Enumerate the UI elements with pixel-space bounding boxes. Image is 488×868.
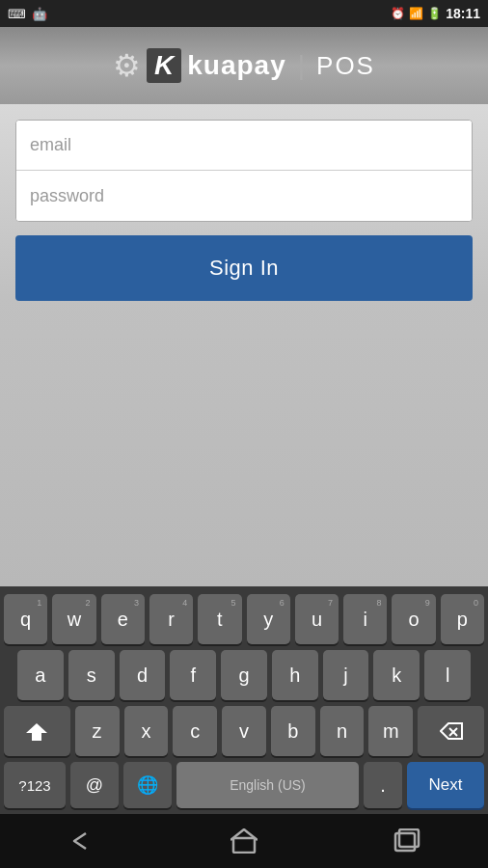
key-h[interactable]: h — [272, 650, 318, 700]
home-nav-button[interactable] — [225, 824, 263, 858]
email-input[interactable] — [16, 121, 472, 171]
back-nav-button[interactable] — [62, 824, 100, 858]
sign-in-button[interactable]: Sign In — [15, 235, 473, 301]
key-t[interactable]: 5t — [198, 594, 241, 644]
keyboard-row-2: a s d f g h j k l — [4, 650, 484, 700]
gear-icon: ⚙ — [113, 47, 141, 84]
key-d[interactable]: d — [120, 650, 166, 700]
key-y[interactable]: 6y — [247, 594, 290, 644]
shift-key[interactable] — [4, 706, 70, 756]
status-time: 18:11 — [446, 6, 480, 21]
android-icon: 🤖 — [32, 7, 47, 21]
key-s[interactable]: s — [68, 650, 115, 700]
sym-key[interactable]: ?123 — [4, 762, 66, 808]
period-key[interactable]: . — [364, 762, 402, 808]
key-b[interactable]: b — [271, 706, 315, 756]
status-bar-right: ⏰ 📶 🔋 18:11 — [391, 6, 480, 21]
keyboard-row-3: z x c v b n m — [4, 706, 484, 756]
logo-divider: | — [298, 50, 305, 81]
key-l[interactable]: l — [424, 650, 471, 700]
logo-container: ⚙ K kuapay | POS — [113, 47, 375, 84]
keyboard-bottom-row: ?123 @ 🌐 English (US) . Next — [4, 762, 484, 808]
svg-marker-0 — [26, 723, 47, 741]
alarm-icon: ⏰ — [391, 7, 405, 20]
key-u[interactable]: 7u — [295, 594, 339, 644]
key-p[interactable]: 0p — [441, 594, 484, 644]
status-bar: ⌨ 🤖 ⏰ 📶 🔋 18:11 — [0, 0, 488, 27]
key-e[interactable]: 3e — [101, 594, 145, 644]
password-input[interactable] — [16, 171, 472, 221]
key-k[interactable]: k — [373, 650, 420, 700]
key-w[interactable]: 2w — [52, 594, 95, 644]
key-v[interactable]: v — [222, 706, 266, 756]
svg-rect-3 — [233, 838, 255, 853]
app-header: ⚙ K kuapay | POS — [0, 27, 488, 104]
key-g[interactable]: g — [221, 650, 267, 700]
recents-nav-button[interactable] — [388, 824, 426, 858]
key-m[interactable]: m — [368, 706, 413, 756]
status-bar-left: ⌨ 🤖 — [8, 7, 47, 21]
keyboard-row-1: 1q 2w 3e 4r 5t 6y 7u 8i 9o 0p — [4, 594, 484, 644]
key-q[interactable]: 1q — [4, 594, 47, 644]
key-c[interactable]: c — [173, 706, 217, 756]
at-key[interactable]: @ — [70, 762, 119, 808]
keyboard: 1q 2w 3e 4r 5t 6y 7u 8i 9o 0p a s d f g … — [0, 586, 488, 814]
key-o[interactable]: 9o — [392, 594, 435, 644]
battery-icon: 🔋 — [427, 7, 442, 20]
key-j[interactable]: j — [323, 650, 369, 700]
logo-kuapay-text: kuapay — [187, 50, 286, 81]
login-form — [15, 120, 473, 222]
logo-k-badge: K — [147, 48, 181, 83]
key-i[interactable]: 8i — [343, 594, 387, 644]
key-x[interactable]: x — [124, 706, 169, 756]
key-n[interactable]: n — [320, 706, 365, 756]
key-a[interactable]: a — [17, 650, 64, 700]
signal-bars-icon: 📶 — [409, 7, 423, 20]
navigation-bar — [0, 814, 488, 868]
logo-pos-text: POS — [316, 51, 375, 81]
main-area: Sign In — [0, 104, 488, 586]
globe-key[interactable]: 🌐 — [123, 762, 172, 808]
next-key[interactable]: Next — [407, 762, 484, 808]
space-key[interactable]: English (US) — [176, 762, 359, 808]
key-f[interactable]: f — [170, 650, 216, 700]
key-r[interactable]: 4r — [149, 594, 193, 644]
keyboard-icon: ⌨ — [8, 7, 26, 21]
backspace-key[interactable] — [418, 706, 484, 756]
key-z[interactable]: z — [75, 706, 120, 756]
